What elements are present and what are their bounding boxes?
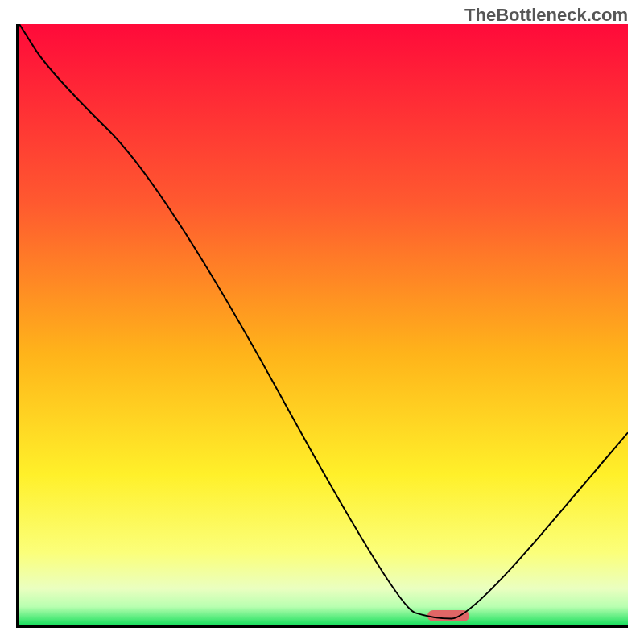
gradient-background: [19, 24, 628, 625]
chart-frame: TheBottleneck.com: [0, 0, 644, 644]
optimal-range-marker: [427, 610, 470, 621]
plot-area: [16, 24, 628, 628]
watermark-text: TheBottleneck.com: [464, 5, 628, 26]
